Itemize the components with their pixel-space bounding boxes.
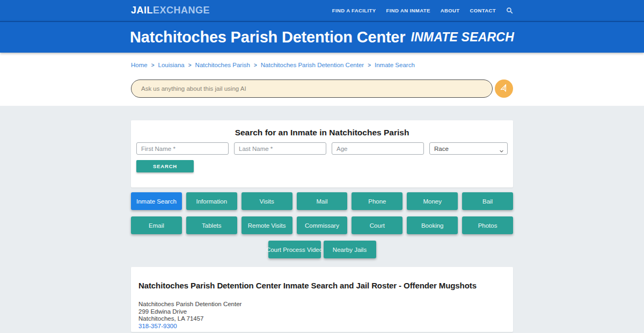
logo-exchange-text: EXCHANGE — [153, 5, 210, 16]
tab-photos[interactable]: Photos — [462, 216, 513, 234]
top-navigation-bar: JAILEXCHANGE FIND A FACILITY FIND AN INM… — [0, 0, 644, 21]
info-heading: Natchitoches Parish Detention Center Inm… — [138, 281, 506, 290]
page-title-banner: Natchitoches Parish Detention Center INM… — [0, 21, 644, 53]
breadcrumb: Home > Louisiana > Natchitoches Parish >… — [131, 62, 513, 68]
page-title: Natchitoches Parish Detention Center — [130, 28, 405, 46]
tab-email[interactable]: Email — [131, 216, 182, 234]
logo-jail-text: JAIL — [131, 5, 153, 16]
phone-link[interactable]: 318-357-9300 — [138, 323, 177, 330]
ai-send-button[interactable] — [495, 79, 513, 98]
race-select-wrap: Race — [429, 142, 508, 155]
tab-money[interactable]: Money — [407, 192, 458, 210]
breadcrumb-inmate-search[interactable]: Inmate Search — [375, 62, 415, 68]
search-icon[interactable] — [506, 7, 513, 14]
tab-booking[interactable]: Booking — [407, 216, 458, 234]
ai-search-bar — [131, 79, 513, 98]
breadcrumb-natchitoches-parish[interactable]: Natchitoches Parish — [195, 62, 250, 68]
breadcrumb-detention-center[interactable]: Natchitoches Parish Detention Center — [261, 62, 364, 68]
breadcrumb-separator: > — [188, 62, 192, 68]
tab-tablets[interactable]: Tablets — [186, 216, 237, 234]
tab-information[interactable]: Information — [186, 192, 237, 210]
breadcrumb-home[interactable]: Home — [131, 62, 148, 68]
address-line: Natchitoches, LA 71457 — [138, 315, 506, 323]
address-line: 299 Edwina Drive — [138, 308, 506, 316]
nav-find-an-inmate[interactable]: FIND AN INMATE — [386, 8, 430, 13]
last-name-field[interactable] — [234, 142, 326, 155]
address-line: Natchitoches Parish Detention Center — [138, 301, 506, 308]
top-nav-links: FIND A FACILITY FIND AN INMATE ABOUT CON… — [332, 7, 513, 14]
tab-mail[interactable]: Mail — [297, 192, 348, 210]
jail-nav-row-2: Email Tablets Remote Visits Commissary C… — [131, 216, 513, 234]
tab-court[interactable]: Court — [352, 216, 402, 234]
nav-find-a-facility[interactable]: FIND A FACILITY — [332, 8, 376, 13]
page-subtitle: INMATE SEARCH — [411, 30, 514, 45]
tab-remote-visits[interactable]: Remote Visits — [241, 216, 292, 234]
tab-visits[interactable]: Visits — [241, 192, 292, 210]
jail-info-card: Natchitoches Parish Detention Center Inm… — [131, 267, 513, 332]
race-select[interactable]: Race — [429, 142, 508, 155]
paper-plane-icon — [500, 84, 508, 93]
tab-nearby-jails[interactable]: Nearby Jails — [324, 241, 376, 258]
tab-court-process-video[interactable]: Court Process Video — [268, 241, 321, 258]
nav-contact[interactable]: CONTACT — [470, 8, 496, 13]
first-name-field[interactable] — [136, 142, 229, 155]
jail-nav-row-1: Inmate Search Information Visits Mail Ph… — [131, 192, 513, 210]
nav-about[interactable]: ABOUT — [441, 8, 460, 13]
breadcrumb-separator: > — [254, 62, 257, 68]
ai-question-input[interactable] — [131, 79, 493, 98]
breadcrumb-separator: > — [368, 62, 371, 68]
tab-inmate-search[interactable]: Inmate Search — [131, 192, 182, 210]
main-content: Search for an Inmate in Natchitoches Par… — [0, 106, 644, 332]
jail-address-block: Natchitoches Parish Detention Center 299… — [138, 301, 506, 330]
inmate-search-form-card: Search for an Inmate in Natchitoches Par… — [131, 120, 513, 187]
jailexchange-logo[interactable]: JAILEXCHANGE — [131, 5, 210, 16]
breadcrumb-louisiana[interactable]: Louisiana — [158, 62, 185, 68]
tab-bail[interactable]: Bail — [462, 192, 513, 210]
tab-phone[interactable]: Phone — [352, 192, 402, 210]
jail-nav-row-3: Court Process Video Nearby Jails — [131, 241, 513, 258]
search-button[interactable]: SEARCH — [136, 160, 194, 172]
tab-commissary[interactable]: Commissary — [297, 216, 348, 234]
breadcrumb-and-ai-strip: Home > Louisiana > Natchitoches Parish >… — [0, 53, 644, 106]
form-title: Search for an Inmate in Natchitoches Par… — [136, 128, 508, 137]
form-fields-row: Race — [136, 142, 508, 155]
age-field[interactable] — [332, 142, 424, 155]
breadcrumb-separator: > — [151, 62, 155, 68]
